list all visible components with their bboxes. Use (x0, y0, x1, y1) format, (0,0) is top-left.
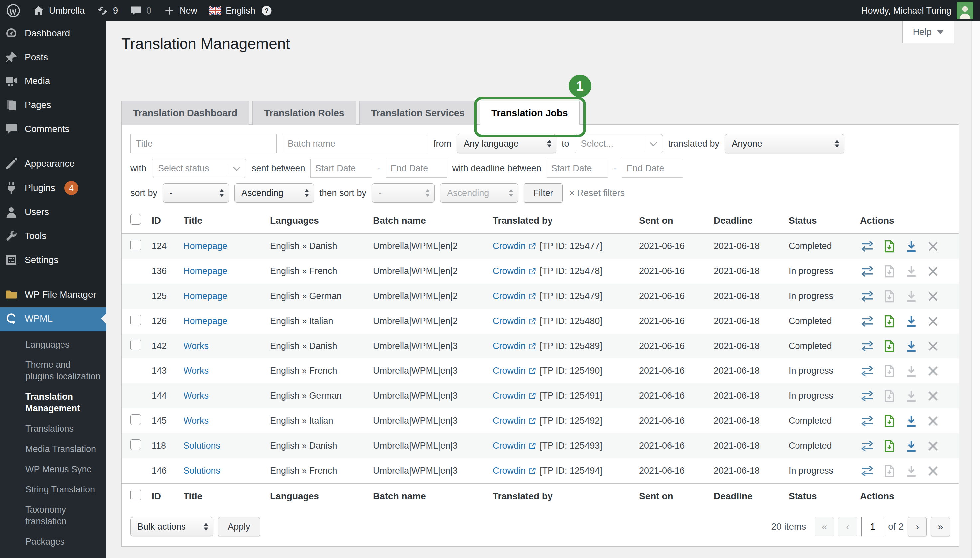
submenu-item-translations[interactable]: Translations (0, 419, 107, 439)
then-sort-order-select[interactable]: Ascending (440, 183, 518, 202)
batch-name-filter-input[interactable] (282, 134, 428, 153)
sidebar-item-wp-file-manager[interactable]: WP File Manager (0, 283, 107, 307)
sidebar-item-posts[interactable]: Posts (0, 45, 107, 69)
export-xliff-icon[interactable] (882, 414, 896, 428)
submenu-item-theme-and-plugins-localization[interactable]: Theme and plugins localization (0, 355, 107, 387)
export-xliff-icon[interactable] (882, 364, 896, 378)
translated-by-select[interactable]: Anyone (725, 134, 844, 153)
job-title-link[interactable]: Solutions (184, 441, 220, 451)
sent-start-date-input[interactable] (310, 159, 372, 177)
cancel-job-icon[interactable] (926, 364, 941, 378)
export-xliff-icon[interactable] (882, 314, 896, 328)
cancel-job-icon[interactable] (926, 389, 941, 404)
download-translation-icon[interactable] (904, 264, 918, 279)
scrollbar[interactable] (971, 21, 980, 558)
sidebar-item-wpml[interactable]: WPML (0, 307, 107, 330)
download-translation-icon[interactable] (904, 438, 918, 453)
sync-status-icon[interactable] (860, 339, 875, 353)
translator-link[interactable]: Crowdin (493, 366, 526, 376)
translator-link[interactable]: Crowdin (493, 391, 526, 401)
translator-link[interactable]: Crowdin (493, 341, 526, 351)
tab-translation-jobs[interactable]: Translation Jobs1 (480, 101, 579, 125)
cancel-job-icon[interactable] (926, 289, 941, 304)
current-page-input[interactable] (861, 517, 884, 537)
status-select[interactable]: Select status (152, 159, 246, 178)
job-title-link[interactable]: Works (184, 391, 209, 401)
cancel-job-icon[interactable] (926, 438, 941, 453)
submenu-item-languages[interactable]: Languages (0, 335, 107, 355)
sidebar-item-pages[interactable]: Pages (0, 93, 107, 117)
title-filter-input[interactable] (130, 134, 277, 153)
sidebar-item-tools[interactable]: Tools (0, 224, 107, 248)
job-title-link[interactable]: Works (184, 366, 209, 376)
download-translation-icon[interactable] (904, 239, 918, 254)
export-xliff-icon[interactable] (882, 464, 896, 478)
job-title-link[interactable]: Homepage (184, 291, 228, 301)
then-sort-by-select[interactable]: - (372, 183, 435, 202)
next-page-button[interactable]: › (908, 517, 927, 537)
from-language-select[interactable]: Any language (457, 134, 557, 153)
apply-button[interactable]: Apply (218, 517, 260, 537)
wordpress-menu[interactable] (0, 0, 26, 21)
sync-status-icon[interactable] (860, 389, 875, 404)
sent-end-date-input[interactable] (386, 159, 447, 177)
cancel-job-icon[interactable] (926, 339, 941, 353)
submenu-item-taxonomy-translation[interactable]: Taxonomy translation (0, 500, 107, 532)
row-checkbox[interactable] (130, 340, 141, 350)
row-checkbox[interactable] (130, 439, 141, 450)
cancel-job-icon[interactable] (926, 464, 941, 478)
bulk-actions-select[interactable]: Bulk actions (130, 517, 213, 537)
export-xliff-icon[interactable] (882, 389, 896, 404)
job-title-link[interactable]: Homepage (184, 316, 228, 326)
submenu-item-wp-menus-sync[interactable]: WP Menus Sync (0, 459, 107, 479)
download-translation-icon[interactable] (904, 414, 918, 428)
sort-order-select[interactable]: Ascending (234, 183, 314, 202)
updates-menu[interactable]: 9 (91, 0, 124, 21)
cancel-job-icon[interactable] (926, 314, 941, 328)
row-checkbox[interactable] (130, 414, 141, 425)
sidebar-item-plugins[interactable]: Plugins4 (0, 176, 107, 200)
job-title-link[interactable]: Solutions (184, 466, 220, 476)
cancel-job-icon[interactable] (926, 264, 941, 279)
avatar[interactable] (957, 2, 973, 19)
translator-link[interactable]: Crowdin (493, 416, 526, 426)
sidebar-item-dashboard[interactable]: Dashboard (0, 21, 107, 45)
export-xliff-icon[interactable] (882, 264, 896, 279)
export-xliff-icon[interactable] (882, 438, 896, 453)
select-all-checkbox[interactable] (130, 490, 141, 501)
reset-filters-link[interactable]: × Reset filters (569, 188, 624, 198)
cancel-job-icon[interactable] (926, 239, 941, 254)
translator-link[interactable]: Crowdin (493, 316, 526, 326)
job-title-link[interactable]: Works (184, 416, 209, 426)
sort-by-select[interactable]: - (162, 183, 229, 202)
sync-status-icon[interactable] (860, 314, 875, 328)
sync-status-icon[interactable] (860, 438, 875, 453)
help-button[interactable]: Help (902, 21, 954, 43)
job-title-link[interactable]: Homepage (184, 241, 228, 251)
tab-translation-roles[interactable]: Translation Roles (252, 101, 356, 125)
sidebar-item-users[interactable]: Users (0, 200, 107, 224)
language-switcher[interactable]: English ? (203, 0, 278, 21)
filter-button[interactable]: Filter (524, 183, 563, 202)
sync-status-icon[interactable] (860, 264, 875, 279)
export-xliff-icon[interactable] (882, 289, 896, 304)
download-translation-icon[interactable] (904, 389, 918, 404)
deadline-end-date-input[interactable] (622, 159, 683, 177)
row-checkbox[interactable] (130, 240, 141, 250)
translator-link[interactable]: Crowdin (493, 466, 526, 476)
new-content-menu[interactable]: New (157, 0, 203, 21)
translator-link[interactable]: Crowdin (493, 241, 526, 251)
sidebar-item-settings[interactable]: Settings (0, 248, 107, 272)
cancel-job-icon[interactable] (926, 414, 941, 428)
sync-status-icon[interactable] (860, 239, 875, 254)
submenu-item-packages[interactable]: Packages (0, 532, 107, 552)
sync-status-icon[interactable] (860, 464, 875, 478)
last-page-button[interactable]: » (931, 517, 950, 537)
translator-link[interactable]: Crowdin (493, 441, 526, 451)
submenu-item-media-translation[interactable]: Media Translation (0, 439, 107, 459)
download-translation-icon[interactable] (904, 314, 918, 328)
comments-menu[interactable]: 0 (124, 0, 157, 21)
job-title-link[interactable]: Works (184, 341, 209, 351)
tab-translation-dashboard[interactable]: Translation Dashboard (121, 101, 249, 125)
select-all-checkbox[interactable] (130, 214, 141, 225)
